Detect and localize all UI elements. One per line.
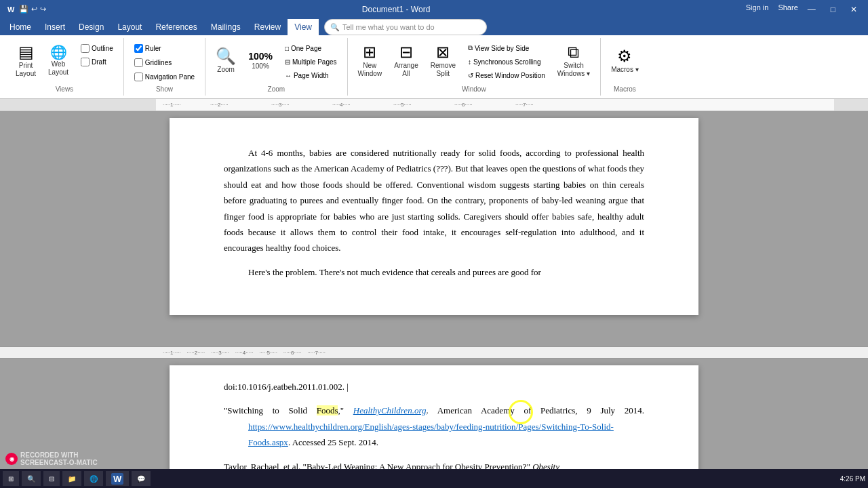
- window-buttons: ⊞ NewWindow ⊟ ArrangeAll ⊠ RemoveSplit ⧉…: [353, 41, 595, 84]
- remove-split-icon: ⊠: [436, 44, 450, 60]
- navigation-pane-label: Navigation Pane: [145, 73, 195, 81]
- macros-group-label: Macros: [614, 85, 636, 93]
- taskbar-time: 4:26 PM: [840, 475, 865, 483]
- sign-in-link[interactable]: Sign in: [746, 3, 769, 16]
- tell-me-input[interactable]: 🔍 Tell me what you want to do: [324, 19, 487, 35]
- gridlines-checkbox[interactable]: [134, 58, 143, 67]
- sync-scrolling-label: Synchronous Scrolling: [473, 58, 541, 66]
- page-width-icon: ↔: [285, 72, 292, 79]
- ribbon-content: ▤ PrintLayout 🌐 WebLayout Outline Draft …: [0, 35, 868, 99]
- word-icon: W: [5, 5, 16, 14]
- ruler-checkbox[interactable]: [134, 44, 143, 53]
- views-group-label: Views: [56, 85, 74, 93]
- outline-checkbox[interactable]: [81, 44, 90, 53]
- macros-buttons: ⚙ Macros ▾: [606, 41, 644, 84]
- navigation-pane-option[interactable]: Navigation Pane: [131, 70, 198, 83]
- start-button[interactable]: ⊞: [3, 471, 19, 486]
- word-taskbar-icon: W: [111, 473, 123, 485]
- ruler-option[interactable]: Ruler: [131, 42, 198, 54]
- outline-button[interactable]: Outline: [77, 42, 117, 54]
- browser-btn[interactable]: 🌐: [84, 471, 103, 486]
- outline-label: Outline: [92, 45, 113, 52]
- tab-insert[interactable]: Insert: [38, 19, 72, 35]
- healthy-children-link[interactable]: HealthyChildren.org: [353, 405, 427, 415]
- gridlines-option[interactable]: Gridlines: [131, 56, 198, 68]
- one-page-label: One Page: [291, 45, 321, 52]
- draft-button[interactable]: Draft: [77, 56, 117, 68]
- new-window-button[interactable]: ⊞ NewWindow: [353, 41, 387, 81]
- zoom-100-icon: 100%: [248, 52, 273, 61]
- reset-window-btn[interactable]: ↺ Reset Window Position: [465, 69, 549, 81]
- search-taskbar-btn[interactable]: 🔍: [22, 471, 41, 486]
- taskbar: ⊞ 🔍 ⊟ 📁 🌐 W 💬 4:26 PM: [0, 469, 868, 488]
- arrange-all-icon: ⊟: [399, 44, 413, 60]
- switch-windows-icon: ⧉: [568, 44, 579, 60]
- multiple-pages-icon: ⊟: [285, 58, 290, 66]
- paragraph-1: At 4-6 months, babies are considered nut…: [224, 145, 644, 256]
- tab-design[interactable]: Design: [72, 19, 111, 35]
- word-taskbar-btn[interactable]: W: [106, 471, 129, 486]
- draft-checkbox[interactable]: [81, 58, 90, 66]
- remove-split-button[interactable]: ⊠ RemoveSplit: [426, 41, 460, 81]
- document-page-1: At 4-6 months, babies are considered nut…: [170, 118, 698, 315]
- ruler-inner: ·····1····· ·····2····· ·····3····· ····…: [0, 99, 868, 110]
- window-controls: Sign in Share — □ ✕: [746, 3, 863, 16]
- view-side-by-side-btn[interactable]: ⧉ View Side by Side: [465, 42, 549, 54]
- ribbon-tabs: Home Insert Design Layout References Mai…: [0, 19, 868, 35]
- print-layout-button[interactable]: ▤ PrintLayout: [11, 41, 41, 81]
- draft-label: Draft: [92, 58, 106, 66]
- one-page-btn[interactable]: □ One Page: [281, 42, 340, 54]
- show-buttons: Ruler Gridlines Navigation Pane: [130, 41, 199, 84]
- show-group-label: Show: [156, 85, 173, 93]
- ribbon-group-macros: ⚙ Macros ▾ Macros: [601, 38, 649, 96]
- window-group-label: Window: [462, 85, 486, 93]
- sync-scrolling-btn[interactable]: ↕ Synchronous Scrolling: [465, 56, 549, 68]
- document-title: Document1 - Word: [46, 5, 745, 14]
- gridlines-label: Gridlines: [145, 59, 172, 66]
- tab-layout[interactable]: Layout: [111, 19, 149, 35]
- ribbon-group-show: Ruler Gridlines Navigation Pane Show: [124, 38, 205, 96]
- tab-mailings[interactable]: Mailings: [204, 19, 248, 35]
- share-btn[interactable]: Share: [778, 3, 797, 16]
- zoom-100-button[interactable]: 100% 100%: [243, 41, 277, 81]
- tell-me-placeholder: Tell me what you want to do: [342, 23, 435, 31]
- redo-btn[interactable]: ↪: [40, 5, 46, 14]
- save-btn[interactable]: 💾: [19, 5, 28, 14]
- minimize-btn[interactable]: —: [802, 3, 821, 16]
- zoom-group-label: Zoom: [268, 85, 285, 93]
- page-width-label: Page Width: [294, 72, 329, 79]
- bottom-document-pane: doi:10.1016/j.eatbeh.2011.01.002. | "Swi…: [0, 359, 868, 481]
- macros-button[interactable]: ⚙ Macros ▾: [606, 41, 644, 81]
- undo-btn[interactable]: ↩: [31, 5, 37, 14]
- ruler-numbers: ·····1····· ·····2····· ·····3····· ····…: [0, 99, 868, 110]
- tab-review[interactable]: Review: [248, 19, 288, 35]
- url-link[interactable]: https://www.healthychildren.org/English/…: [248, 422, 614, 447]
- task-view-btn[interactable]: ⊟: [43, 471, 60, 486]
- paragraph-2: Here's the problem. There's not much evi…: [224, 264, 644, 280]
- file-explorer-btn[interactable]: 📁: [62, 471, 81, 486]
- page-width-btn[interactable]: ↔ Page Width: [281, 69, 340, 81]
- maximize-btn[interactable]: □: [825, 3, 841, 16]
- multiple-pages-label: Multiple Pages: [292, 58, 337, 66]
- highlighted-foods: Foods: [317, 405, 338, 415]
- top-ruler: ·····1····· ·····2····· ·····3····· ····…: [0, 99, 868, 111]
- zoom-button[interactable]: 🔍 Zoom: [211, 41, 241, 81]
- ribbon: Home Insert Design Layout References Mai…: [0, 19, 868, 35]
- arrange-all-button[interactable]: ⊟ ArrangeAll: [389, 41, 423, 81]
- views-buttons: ▤ PrintLayout 🌐 WebLayout Outline Draft: [11, 41, 118, 84]
- switch-windows-button[interactable]: ⧉ SwitchWindows ▾: [553, 41, 595, 81]
- tab-view[interactable]: View: [288, 19, 319, 35]
- tab-references[interactable]: References: [149, 19, 203, 35]
- multiple-pages-btn[interactable]: ⊟ Multiple Pages: [281, 56, 340, 68]
- ruler2-numbers: ·····1····· ·····2····· ·····3····· ····…: [163, 350, 326, 356]
- tab-home[interactable]: Home: [3, 19, 38, 35]
- web-layout-button[interactable]: 🌐 WebLayout: [43, 41, 73, 81]
- macros-icon: ⚙: [617, 48, 632, 64]
- chat-btn[interactable]: 💬: [132, 471, 151, 486]
- navigation-pane-checkbox[interactable]: [134, 73, 143, 81]
- close-btn[interactable]: ✕: [845, 3, 863, 16]
- document-area: At 4-6 months, babies are considered nut…: [0, 111, 868, 481]
- quick-access-toolbar: W 💾 ↩ ↪: [5, 5, 46, 14]
- top-document-pane: At 4-6 months, babies are considered nut…: [0, 111, 868, 346]
- ribbon-group-zoom: 🔍 Zoom 100% 100% □ One Page ⊟ Multiple P…: [205, 38, 347, 96]
